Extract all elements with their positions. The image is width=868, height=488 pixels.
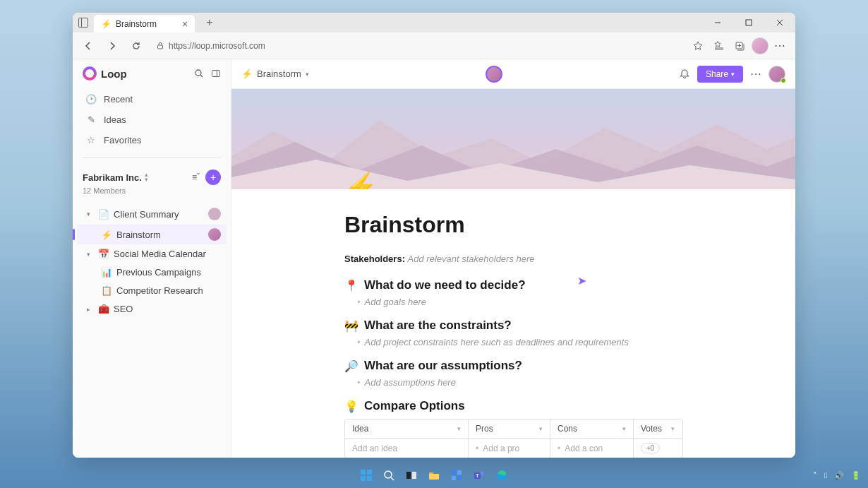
cell-pros[interactable]: Add a pro [469,439,550,458]
explorer-button[interactable] [425,466,443,484]
battery-icon[interactable]: 🔋 [851,471,861,480]
chevron-down-icon: ▾ [87,210,94,218]
workspace-members: 12 Members [73,186,231,201]
system-tray[interactable]: ˄ 􀙇 🔊 🔋 [813,471,861,480]
close-tab-icon[interactable]: × [182,18,188,30]
tree-social-calendar[interactable]: ▾ 📅 Social Media Calendar [77,245,227,263]
edge-button[interactable] [493,466,511,484]
teams-button[interactable]: T [470,466,488,484]
breadcrumb[interactable]: ⚡ Brainstorm ▾ [241,69,309,79]
search-button[interactable] [380,466,398,484]
url-box[interactable]: https://loop.microsoft.com [150,41,684,51]
svg-rect-4 [158,45,163,49]
browser-menu-button[interactable]: ⋯ [770,36,790,56]
placeholder-text[interactable]: Add assumptions here [344,377,761,388]
main-panel: ⚡ Brainstorm ▾ Share▾ ⋯ [231,59,795,458]
tree-competitor-research[interactable]: 📋 Competitor Research [77,282,227,299]
tree-client-summary[interactable]: ▾ 📄 Client Summary [77,204,227,224]
col-pros[interactable]: Pros▾ [469,419,550,438]
cell-idea[interactable]: Add an idea [345,439,469,458]
svg-rect-16 [361,476,366,481]
url-text: https://loop.microsoft.com [169,41,265,51]
loop-logo-icon [83,66,97,81]
status-dot-icon [780,78,786,83]
placeholder-text[interactable]: Add project constraints here such as dea… [344,337,761,347]
add-page-button[interactable]: + [205,169,221,185]
content-scroll[interactable]: ⚡ Brainstorm Stakeholders: Add relevant … [231,89,795,458]
cell-votes[interactable]: +0 [634,439,682,458]
tab-title: Brainstorm [116,19,157,29]
tree-seo[interactable]: ▸ 🧰 SEO [77,300,227,318]
svg-rect-23 [452,470,456,475]
bulb-icon: ✎ [85,114,97,125]
new-tab-button[interactable]: + [200,16,218,29]
presence-avatar[interactable] [486,66,502,83]
chevron-down-icon[interactable]: ▾ [457,425,461,432]
chevron-up-icon[interactable]: ˄ [813,471,817,480]
workspace-switcher-icon[interactable]: ▴▾ [145,172,148,182]
page-icon: 📄 [98,209,109,220]
wifi-icon[interactable]: 􀙇 [824,471,827,480]
widgets-button[interactable] [447,466,466,484]
forward-button[interactable] [102,36,122,56]
start-button[interactable] [357,466,375,484]
stakeholders-row[interactable]: Stakeholders: Add relevant stakeholders … [344,254,761,264]
taskbar: T ˄ 􀙇 🔊 🔋 [0,463,868,488]
section-decide: 📍What do we need to decide? Add goals he… [344,278,761,307]
pin-icon: 📍 [344,279,358,292]
col-idea[interactable]: Idea▾ [345,419,469,438]
section-constraints: 🚧What are the constraints? Add project c… [344,319,761,347]
taskview-button[interactable] [402,466,421,484]
more-button[interactable]: ⋯ [750,67,761,81]
search-icon[interactable] [194,69,204,78]
col-votes[interactable]: Votes▾ [634,419,682,438]
page-emoji-icon[interactable]: ⚡ [344,171,378,189]
sidebar: Loop 🕑Recent ✎Ideas ☆Favorites Fabrikam … [73,59,231,458]
collections-button[interactable] [730,36,750,56]
tab-actions-icon[interactable] [78,18,88,28]
notifications-button[interactable] [679,69,690,80]
nav-recent[interactable]: 🕑Recent [73,89,231,109]
svg-rect-1 [746,20,752,25]
svg-point-29 [481,472,484,475]
minimize-button[interactable] [702,13,733,32]
chevron-down-icon[interactable]: ▾ [622,425,626,432]
construction-icon: 🚧 [344,319,358,333]
page-title[interactable]: Brainstorm [344,212,761,238]
tree-brainstorm[interactable]: ⚡ Brainstorm [77,225,227,244]
share-button[interactable]: Share▾ [697,66,743,83]
volume-icon[interactable]: 🔊 [834,471,844,480]
panel-icon[interactable] [211,69,221,78]
close-window-button[interactable] [764,13,795,32]
placeholder-text[interactable]: Add goals here [344,297,761,307]
chevron-right-icon: ▸ [87,306,94,313]
user-avatar[interactable] [768,66,785,83]
compare-table[interactable]: Idea▾ Pros▾ Cons▾ Votes▾ Add an idea Add… [344,419,683,458]
presence-avatar [208,208,221,220]
nav-ideas[interactable]: ✎Ideas [73,109,231,130]
chevron-down-icon[interactable]: ▾ [539,425,543,432]
profile-avatar[interactable] [752,37,768,54]
sidebar-nav: 🕑Recent ✎Ideas ☆Favorites [73,88,231,152]
filter-button[interactable]: ≡ˇ [192,172,200,182]
maximize-button[interactable] [733,13,764,32]
refresh-button[interactable] [126,36,146,56]
presence-avatar [208,228,221,241]
section-assumptions: 🔎What are our assumptions? Add assumptio… [344,359,761,388]
nav-favorites[interactable]: ☆Favorites [73,130,231,150]
chevron-down-icon[interactable]: ▾ [671,425,675,432]
back-button[interactable] [78,36,98,56]
svg-rect-21 [412,472,416,479]
workspace-row[interactable]: Fabrikam Inc. ▴▾ ≡ˇ + [73,164,231,186]
tree-prev-campaigns[interactable]: 📊 Previous Campaigns [77,263,227,281]
svg-rect-26 [457,476,462,480]
chevron-down-icon: ▾ [306,71,309,78]
svg-rect-15 [367,470,372,475]
address-bar: https://loop.microsoft.com ⋯ [73,32,795,59]
favorite-button[interactable] [688,36,708,56]
svg-point-18 [385,471,392,478]
cell-cons[interactable]: Add a con [550,439,634,458]
favorites-bar-button[interactable] [709,36,729,56]
browser-tab[interactable]: ⚡ Brainstorm × [94,15,195,32]
col-cons[interactable]: Cons▾ [550,419,634,438]
